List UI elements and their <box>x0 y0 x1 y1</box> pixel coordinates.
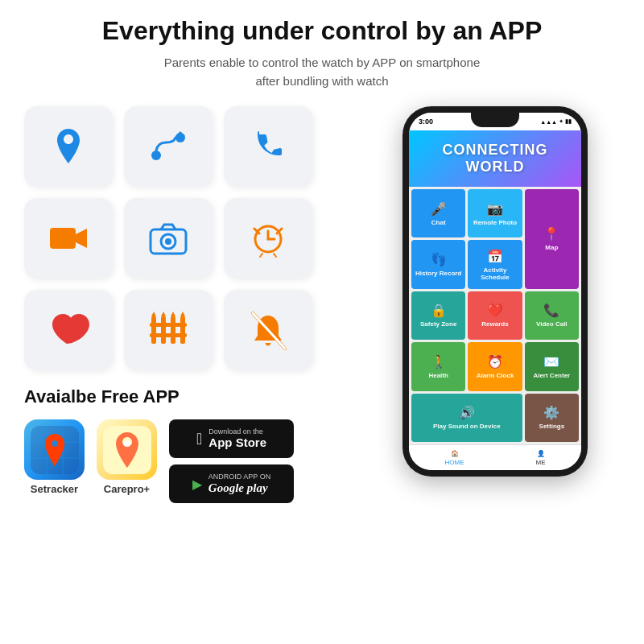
play-sound-icon: 🔊 <box>459 405 475 420</box>
left-side: Avaialbe Free APP <box>24 106 362 503</box>
notch <box>471 113 519 127</box>
google-play-icon: ▶ <box>192 477 202 492</box>
available-section: Avaialbe Free APP <box>24 386 362 503</box>
chat-tile[interactable]: 🎤 Chat <box>411 189 465 237</box>
wifi-icon: ⌖ <box>559 118 563 125</box>
icon-grid <box>24 106 362 370</box>
route-icon-card <box>124 106 213 187</box>
signal-icon: ▲▲▲ <box>540 119 557 125</box>
phone-screen: 3:00 ▲▲▲ ⌖ ▮▮ CONNECTINGWORLD <box>409 113 581 470</box>
map-icon: 📍 <box>543 226 559 242</box>
battery-icon: ▮▮ <box>565 118 572 125</box>
svg-marker-3 <box>175 131 185 136</box>
app-header: CONNECTINGWORLD <box>409 130 581 187</box>
map-tile[interactable]: 📍 Map <box>525 189 579 289</box>
rewards-label: Rewards <box>481 320 508 328</box>
status-bar: 3:00 ▲▲▲ ⌖ ▮▮ <box>409 113 581 130</box>
svg-marker-20 <box>151 312 156 316</box>
alarm-clock-icon: ⏰ <box>487 354 503 369</box>
health-icon: 🚶 <box>431 354 447 369</box>
rewards-tile[interactable]: ❤️ Rewards <box>468 291 522 340</box>
google-play-small-text: ANDROID APP ON <box>208 473 270 481</box>
setracker-icon <box>24 419 85 480</box>
video-call-tile[interactable]: 📞 Video Call <box>525 291 579 340</box>
alert-center-label: Alert Center <box>533 372 570 379</box>
history-label: History Record <box>415 270 461 277</box>
svg-rect-19 <box>180 316 185 344</box>
play-sound-tile[interactable]: 🔊 Play Sound on Device <box>411 394 522 442</box>
svg-rect-4 <box>50 228 76 249</box>
svg-marker-21 <box>161 312 166 316</box>
remote-photo-icon: 📷 <box>487 201 503 217</box>
activity-schedule-tile[interactable]: 📅 Activity Schedule <box>468 240 522 288</box>
store-buttons:  Download on the App Store ▶ ANDROID AP… <box>169 419 294 503</box>
history-record-tile[interactable]: 👣 History Record <box>411 240 465 288</box>
page: Everything under control by an APP Paren… <box>0 0 644 644</box>
svg-rect-25 <box>150 333 187 337</box>
safety-icon: 🔒 <box>431 303 447 318</box>
home-nav-icon: 🏠 <box>451 450 459 457</box>
google-play-button[interactable]: ▶ ANDROID APP ON Google play <box>169 464 294 503</box>
video-icon-card <box>24 198 113 279</box>
main-title: Everything under control by an APP <box>102 16 542 46</box>
bottom-nav: 🏠 HOME 👤 ME <box>409 444 581 470</box>
app-store-large-text: App Store <box>208 436 266 450</box>
svg-rect-16 <box>151 316 156 344</box>
alert-center-tile[interactable]: ✉️ Alert Center <box>525 342 579 390</box>
remote-photo-label: Remote Photo <box>473 219 517 226</box>
carepro-label: Carepro+ <box>104 483 150 495</box>
alarm-clock-tile[interactable]: ⏰ Alarm Clock <box>468 342 522 390</box>
available-title: Avaialbe Free APP <box>24 386 362 407</box>
app-store-button[interactable]:  Download on the App Store <box>169 419 294 458</box>
nav-me[interactable]: 👤 ME <box>536 450 546 466</box>
bell-off-icon <box>246 308 290 352</box>
app-store-text: Download on the App Store <box>208 427 266 451</box>
heart-icon <box>47 308 90 352</box>
chat-icon: 🎤 <box>431 201 447 217</box>
health-label: Health <box>428 372 448 379</box>
google-play-large-text: Google play <box>208 481 270 495</box>
google-play-text: ANDROID APP ON Google play <box>208 473 270 496</box>
remote-photo-tile[interactable]: 📷 Remote Photo <box>468 189 522 237</box>
available-row: Setracker Carepro+ <box>24 419 362 503</box>
health-tile[interactable]: 🚶 Health <box>411 342 465 390</box>
me-nav-icon: 👤 <box>537 450 545 457</box>
fence-icon <box>147 308 190 352</box>
map-label: Map <box>545 244 558 251</box>
heart-icon-card <box>24 290 113 370</box>
subtitle: Parents enable to control the watch by A… <box>164 54 480 90</box>
settings-tile[interactable]: ⚙️ Settings <box>525 394 579 442</box>
camera-icon-card <box>124 198 213 279</box>
chat-label: Chat <box>431 219 446 226</box>
app-tile-grid: 🎤 Chat 📷 Remote Photo 📍 Map <box>409 187 581 444</box>
route-icon <box>147 125 190 168</box>
settings-icon: ⚙️ <box>543 405 559 420</box>
nav-home[interactable]: 🏠 HOME <box>445 450 464 466</box>
location-icon-card <box>24 106 113 187</box>
phone-icon-card <box>224 106 312 187</box>
home-nav-label: HOME <box>445 459 464 466</box>
alarm-clock-label: Alarm Clock <box>477 372 514 379</box>
activity-icon: 📅 <box>487 249 503 264</box>
play-sound-label: Play Sound on Device <box>433 423 501 430</box>
app-store-small-text: Download on the <box>208 427 266 436</box>
rewards-icon: ❤️ <box>487 303 503 318</box>
camera-icon <box>147 217 190 260</box>
carepro-app: Carepro+ <box>97 419 157 495</box>
safety-zone-tile[interactable]: 🔒 Safety Zone <box>411 291 465 340</box>
svg-point-1 <box>151 151 161 160</box>
svg-line-14 <box>260 254 262 257</box>
content-row: Avaialbe Free APP <box>24 106 620 503</box>
svg-rect-17 <box>161 316 166 344</box>
status-icons: ▲▲▲ ⌖ ▮▮ <box>540 118 572 125</box>
video-call-icon: 📞 <box>543 303 559 318</box>
svg-point-35 <box>124 440 130 447</box>
safety-label: Safety Zone <box>420 320 456 328</box>
fence-icon-card <box>124 290 213 370</box>
settings-label: Settings <box>539 423 565 430</box>
alarm-icon-card <box>224 198 312 279</box>
video-call-label: Video Call <box>536 320 568 328</box>
svg-marker-5 <box>76 229 87 248</box>
setracker-app: Setracker <box>24 419 85 495</box>
carepro-icon <box>97 419 157 480</box>
